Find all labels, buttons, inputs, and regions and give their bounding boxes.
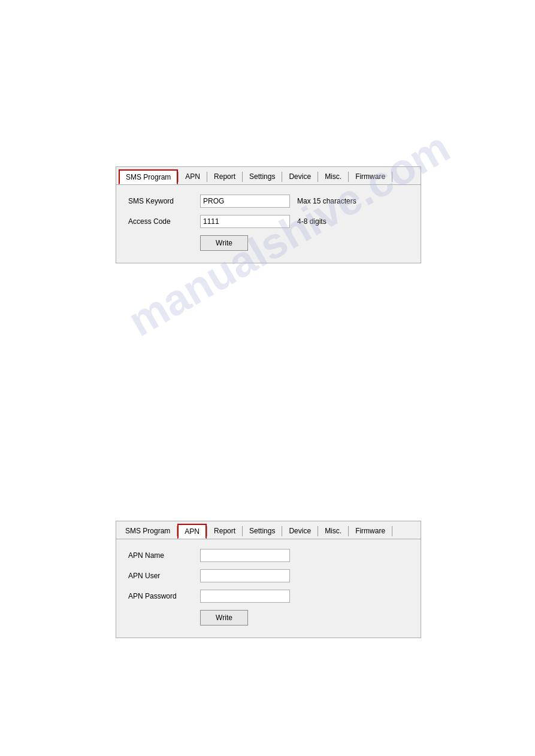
top-tab-apn[interactable]: APN <box>179 169 207 184</box>
bottom-tab-settings[interactable]: Settings <box>243 524 282 539</box>
bottom-tab-misc[interactable]: Misc. <box>318 524 348 539</box>
sms-keyword-row: SMS Keyword Max 15 characters <box>128 195 409 208</box>
top-panel: SMS Program APN Report Settings Device M… <box>116 166 421 263</box>
btab-separator-7 <box>392 526 392 536</box>
bottom-write-btn-row: Write <box>200 610 409 626</box>
apn-name-label: APN Name <box>128 551 200 560</box>
access-code-row: Access Code 4-8 digits <box>128 215 409 228</box>
bottom-tab-report[interactable]: Report <box>207 524 242 539</box>
top-tab-device[interactable]: Device <box>282 169 318 184</box>
top-tab-misc[interactable]: Misc. <box>318 169 348 184</box>
apn-password-input[interactable] <box>200 590 290 603</box>
top-tab-settings[interactable]: Settings <box>243 169 282 184</box>
apn-name-input[interactable] <box>200 549 290 562</box>
tab-separator-7 <box>392 172 392 182</box>
bottom-tab-device[interactable]: Device <box>282 524 318 539</box>
top-write-btn-row: Write <box>200 235 409 251</box>
access-code-label: Access Code <box>128 217 200 226</box>
apn-user-row: APN User <box>128 569 409 582</box>
top-tab-firmware[interactable]: Firmware <box>349 169 392 184</box>
access-code-hint: 4-8 digits <box>297 217 327 226</box>
apn-user-label: APN User <box>128 572 200 580</box>
sms-keyword-hint: Max 15 characters <box>297 197 356 205</box>
apn-name-row: APN Name <box>128 549 409 562</box>
top-tab-sms-program[interactable]: SMS Program <box>119 169 178 184</box>
bottom-tab-firmware[interactable]: Firmware <box>349 524 392 539</box>
bottom-tab-content: APN Name APN User APN Password Write <box>116 539 421 637</box>
bottom-tab-apn[interactable]: APN <box>177 524 207 539</box>
apn-password-label: APN Password <box>128 592 200 600</box>
bottom-tab-bar: SMS Program APN Report Settings Device M… <box>116 521 421 539</box>
top-tab-content: SMS Keyword Max 15 characters Access Cod… <box>116 185 421 263</box>
apn-user-input[interactable] <box>200 569 290 582</box>
apn-password-row: APN Password <box>128 590 409 603</box>
top-tab-bar: SMS Program APN Report Settings Device M… <box>116 167 421 185</box>
sms-keyword-label: SMS Keyword <box>128 197 200 205</box>
sms-keyword-input[interactable] <box>200 195 290 208</box>
top-tab-report[interactable]: Report <box>207 169 242 184</box>
access-code-input[interactable] <box>200 215 290 228</box>
top-write-button[interactable]: Write <box>200 235 248 251</box>
bottom-panel: SMS Program APN Report Settings Device M… <box>116 521 421 638</box>
bottom-tab-sms-program[interactable]: SMS Program <box>119 524 177 539</box>
bottom-write-button[interactable]: Write <box>200 610 248 626</box>
